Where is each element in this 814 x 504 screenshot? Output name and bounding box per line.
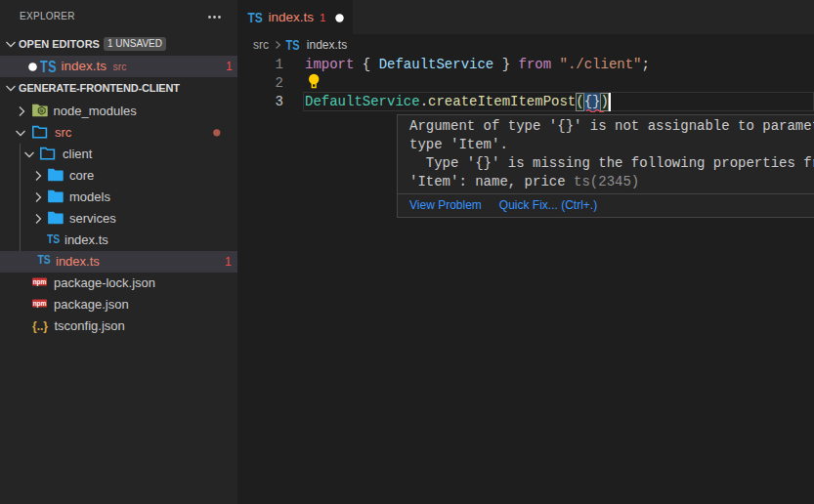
- svg-text:npm: npm: [33, 278, 47, 286]
- svg-text:npm: npm: [33, 300, 47, 308]
